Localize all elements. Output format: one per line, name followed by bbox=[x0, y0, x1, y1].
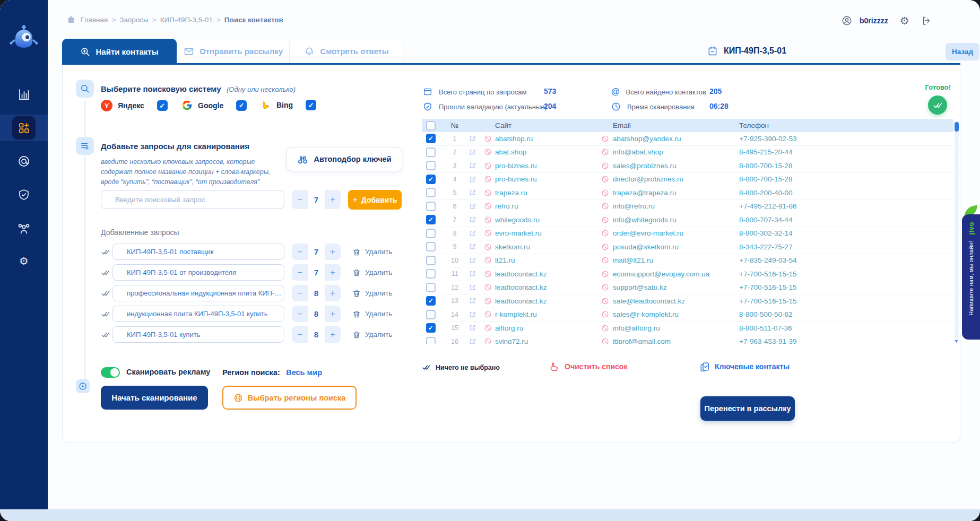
engine-bing-checkbox[interactable] bbox=[306, 100, 316, 110]
query-text-box[interactable]: КИП-49П-3,5-01 от производителя bbox=[112, 264, 284, 281]
row-checkbox[interactable] bbox=[426, 296, 436, 306]
external-link-icon[interactable] bbox=[469, 176, 476, 183]
site-cell[interactable]: leadtocontact.kz bbox=[495, 283, 597, 291]
ban-site-icon[interactable] bbox=[484, 297, 492, 305]
back-button[interactable]: Назад bbox=[946, 43, 979, 60]
ban-site-icon[interactable] bbox=[484, 270, 492, 278]
site-cell[interactable]: trapeza.ru bbox=[495, 189, 597, 197]
row-checkbox[interactable] bbox=[426, 188, 436, 197]
external-link-icon[interactable] bbox=[469, 284, 476, 291]
row-checkbox[interactable] bbox=[426, 202, 436, 211]
ban-site-icon[interactable] bbox=[484, 283, 492, 291]
external-link-icon[interactable] bbox=[469, 189, 476, 196]
row-checkbox[interactable] bbox=[426, 323, 436, 333]
delete-query-button[interactable]: Удалить bbox=[352, 289, 393, 298]
email-cell[interactable]: mail@lt21.ru bbox=[613, 256, 739, 264]
ban-site-icon[interactable] bbox=[484, 162, 492, 170]
row-checkbox[interactable] bbox=[426, 337, 436, 344]
external-link-icon[interactable] bbox=[469, 270, 476, 277]
tab-send-mailing[interactable]: Отправить рассылку bbox=[177, 39, 290, 63]
site-cell[interactable]: leadtocontact.kz bbox=[495, 270, 597, 278]
external-link-icon[interactable] bbox=[469, 230, 476, 237]
tab-view-answers[interactable]: Смотреть ответы bbox=[290, 39, 403, 63]
ban-site-icon[interactable] bbox=[484, 310, 492, 318]
email-cell[interactable]: support@satu.kz bbox=[613, 283, 739, 291]
ban-site-icon[interactable] bbox=[484, 324, 492, 332]
select-regions-button[interactable]: Выбрать регионы поиска bbox=[222, 386, 357, 410]
stepper-plus-button[interactable]: + bbox=[325, 190, 341, 209]
row-checkbox[interactable] bbox=[426, 134, 436, 143]
sidebar-item-team[interactable] bbox=[0, 222, 48, 236]
email-cell[interactable]: sales@probiznes.ru bbox=[613, 162, 739, 170]
settings-gear-icon[interactable]: ⚙ bbox=[900, 14, 909, 27]
sidebar-item-settings[interactable]: ⚙ bbox=[0, 256, 48, 266]
email-cell[interactable]: order@evro-market.ru bbox=[613, 229, 739, 237]
jivo-chat-widget[interactable]: jivo Напишите нам, мы онлайн! bbox=[962, 214, 980, 340]
done-status-badge[interactable] bbox=[928, 95, 947, 115]
site-cell[interactable]: abat.shop bbox=[495, 148, 597, 156]
site-cell[interactable]: abatshop.ru bbox=[495, 135, 597, 143]
stepper-minus-button[interactable]: − bbox=[292, 264, 308, 281]
email-cell[interactable]: info@abat.shop bbox=[613, 148, 739, 156]
stepper-plus-button[interactable]: + bbox=[325, 326, 341, 343]
site-cell[interactable]: sving72.ru bbox=[495, 337, 597, 344]
stepper-minus-button[interactable]: − bbox=[292, 190, 308, 209]
breadcrumb-queries[interactable]: Запросы bbox=[119, 16, 148, 24]
username[interactable]: b0rizzzz bbox=[860, 16, 888, 25]
autoselect-keys-button[interactable]: Автоподбор ключей bbox=[287, 147, 402, 171]
region-value-link[interactable]: Весь мир bbox=[286, 368, 322, 377]
ban-email-icon[interactable] bbox=[601, 162, 609, 170]
email-cell[interactable]: ecomsupport@evopay.com.ua bbox=[613, 270, 739, 278]
table-scrollbar-track[interactable] bbox=[955, 121, 959, 338]
engine-google-checkbox[interactable] bbox=[236, 100, 247, 111]
external-link-icon[interactable] bbox=[469, 311, 476, 318]
ban-email-icon[interactable] bbox=[601, 324, 609, 332]
transfer-to-mailing-button[interactable]: Перенести в рассылку bbox=[700, 396, 795, 421]
breadcrumb-home[interactable]: Главная bbox=[81, 16, 108, 24]
email-cell[interactable]: abatshop@yandex.ru bbox=[613, 135, 739, 143]
user-avatar-icon[interactable] bbox=[842, 15, 852, 26]
add-query-button[interactable]: + Добавить bbox=[348, 190, 402, 210]
site-cell[interactable]: pro-biznes.ru bbox=[495, 162, 597, 170]
email-cell[interactable]: trapeza@trapeza.ru bbox=[613, 189, 739, 197]
query-text-box[interactable]: КИП-49П-3,5-01 поставщик bbox=[112, 244, 284, 260]
ban-email-icon[interactable] bbox=[601, 202, 609, 210]
tab-find-contacts[interactable]: Найти контакты bbox=[62, 39, 177, 65]
sidebar-item-statistics[interactable] bbox=[0, 88, 48, 101]
ban-site-icon[interactable] bbox=[484, 202, 492, 210]
email-cell[interactable]: ttlprof@gmail.com bbox=[613, 337, 739, 344]
external-link-icon[interactable] bbox=[469, 324, 476, 332]
query-text-box[interactable]: КИП-49П-3,5-01 купить bbox=[112, 326, 284, 343]
delete-query-button[interactable]: Удалить bbox=[352, 248, 393, 256]
row-checkbox[interactable] bbox=[426, 283, 436, 292]
ban-site-icon[interactable] bbox=[484, 175, 492, 183]
ban-email-icon[interactable] bbox=[601, 189, 609, 197]
query-text-box[interactable]: профессиональная индукционная плита КИП-… bbox=[112, 285, 284, 301]
ban-site-icon[interactable] bbox=[484, 135, 492, 143]
scrollbar-down-arrow[interactable]: ▼ bbox=[954, 338, 959, 344]
start-scan-button[interactable]: Начать сканирование bbox=[101, 386, 208, 410]
ban-site-icon[interactable] bbox=[484, 216, 492, 224]
stepper-plus-button[interactable]: + bbox=[325, 244, 341, 260]
play-section-icon[interactable] bbox=[76, 379, 90, 393]
row-checkbox[interactable] bbox=[426, 310, 436, 319]
email-cell[interactable]: sales@r-komplekt.ru bbox=[613, 310, 739, 318]
email-cell[interactable]: info@whitegoods.ru bbox=[613, 216, 739, 224]
ban-email-icon[interactable] bbox=[601, 229, 609, 237]
scan-ads-toggle[interactable] bbox=[101, 367, 120, 378]
site-cell[interactable]: sketkom.ru bbox=[495, 243, 597, 251]
row-checkbox[interactable] bbox=[426, 242, 436, 251]
external-link-icon[interactable] bbox=[469, 216, 476, 223]
row-checkbox[interactable] bbox=[426, 175, 436, 184]
ban-site-icon[interactable] bbox=[484, 243, 492, 251]
ban-site-icon[interactable] bbox=[484, 229, 492, 237]
search-query-input[interactable] bbox=[101, 190, 284, 209]
ban-email-icon[interactable] bbox=[601, 283, 609, 291]
ban-email-icon[interactable] bbox=[601, 135, 609, 143]
delete-query-button[interactable]: Удалить bbox=[352, 268, 393, 277]
row-checkbox[interactable] bbox=[426, 269, 436, 279]
ban-email-icon[interactable] bbox=[601, 270, 609, 278]
delete-query-button[interactable]: Удалить bbox=[352, 310, 393, 318]
row-checkbox[interactable] bbox=[426, 229, 436, 238]
external-link-icon[interactable] bbox=[469, 135, 476, 142]
